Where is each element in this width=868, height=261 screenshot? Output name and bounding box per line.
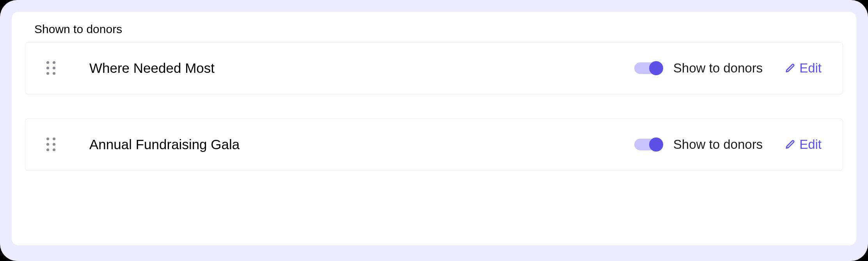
drag-handle-icon[interactable]: [46, 61, 56, 75]
card-controls: Show to donors Edit: [634, 61, 822, 76]
toggle-knob: [649, 138, 663, 152]
section-title: Shown to donors: [34, 23, 843, 36]
designation-title: Where Needed Most: [89, 60, 634, 76]
content-panel: Shown to donors Where Needed Most Show t…: [12, 12, 856, 245]
edit-button[interactable]: Edit: [785, 61, 822, 76]
toggle-knob: [649, 61, 663, 75]
edit-button-label: Edit: [799, 137, 822, 152]
pencil-icon: [785, 63, 795, 74]
drag-handle-icon[interactable]: [46, 138, 56, 152]
show-to-donors-toggle[interactable]: [634, 139, 662, 150]
show-to-donors-toggle[interactable]: [634, 62, 662, 74]
designation-card: Where Needed Most Show to donors Edit: [25, 42, 843, 94]
toggle-label: Show to donors: [673, 137, 763, 152]
page-background: Shown to donors Where Needed Most Show t…: [0, 0, 868, 261]
edit-button[interactable]: Edit: [785, 137, 822, 152]
toggle-label: Show to donors: [673, 61, 763, 76]
designation-title: Annual Fundraising Gala: [89, 137, 634, 152]
edit-button-label: Edit: [799, 61, 822, 76]
designation-card: Annual Fundraising Gala Show to donors E…: [25, 118, 843, 171]
pencil-icon: [785, 139, 795, 150]
card-controls: Show to donors Edit: [634, 137, 822, 152]
